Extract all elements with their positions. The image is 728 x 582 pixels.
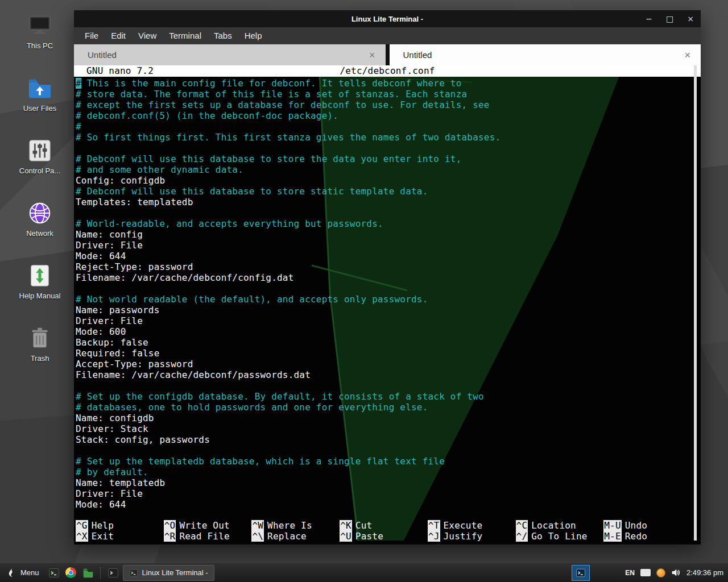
editor-line: Filename: /var/cache/debconf/passwords.d…	[76, 369, 701, 380]
editor-line: # debconf.conf(5) (in the debconf-doc pa…	[76, 110, 701, 121]
shortcut-label: Redo	[625, 531, 647, 542]
shortcut-label: Replace	[267, 531, 307, 542]
text-cursor: #	[76, 78, 81, 89]
desktop-icon-user-files[interactable]: User Files	[9, 75, 71, 130]
tab-close-icon[interactable]: ×	[367, 50, 378, 60]
desktop-icon-control-panel[interactable]: Control Pa...	[9, 138, 71, 192]
volume-icon[interactable]	[671, 568, 681, 577]
editor-line: Mode: 644	[76, 251, 701, 261]
taskbar-window-button[interactable]: Linux Lite Terminal -	[123, 565, 214, 581]
terminal-viewport[interactable]: GNU nano 7.2 /etc/debconf.conf # This is…	[74, 65, 701, 544]
nano-shortcut: ^KCut	[340, 520, 428, 531]
desktop-icon-label: Control Pa...	[19, 167, 60, 176]
shortcut-key: ^W	[251, 520, 264, 531]
editor-line: Driver: Stack	[76, 423, 701, 434]
menu-tabs[interactable]: Tabs	[208, 27, 238, 44]
editor-line: Filename: /var/cache/debconf/config.dat	[76, 272, 701, 283]
editor-line: #	[76, 121, 701, 132]
editor-line: Required: false	[76, 348, 701, 359]
desktop-icon-this-pc[interactable]: This PC	[9, 13, 71, 67]
terminal-tab-1[interactable]: Untitled ×	[74, 44, 386, 65]
menu-view[interactable]: View	[132, 27, 163, 44]
editor-line: # and some other dynamic data.	[76, 164, 701, 175]
editor-line: Templates: templatedb	[76, 197, 701, 207]
editor-line: Mode: 644	[76, 499, 701, 510]
menu-bar: FileEditViewTerminalTabsHelp	[74, 27, 701, 44]
trash-icon	[27, 325, 53, 351]
help-manual-icon	[27, 263, 53, 289]
start-menu-button[interactable]: Menu	[2, 565, 44, 580]
shortcut-key: ^O	[164, 520, 176, 531]
linux-lite-menu-icon	[7, 568, 17, 577]
editor-line: Driver: File	[76, 488, 701, 499]
menu-help[interactable]: Help	[238, 27, 268, 44]
shortcut-label: Execute	[444, 520, 483, 531]
shortcut-label: Paste	[355, 531, 383, 542]
tray-terminal-icon[interactable]	[572, 565, 590, 581]
menu-file[interactable]: File	[78, 27, 105, 44]
shortcut-key: ^\	[251, 531, 264, 542]
editor-line	[76, 143, 701, 153]
nano-shortcut: ^WWhere Is	[251, 520, 340, 531]
taskbar-clock[interactable]: 2:49:36 pm	[686, 568, 723, 577]
window-controls: − □ ×	[646, 10, 694, 27]
taskbar-window-label: Linux Lite Terminal -	[142, 568, 208, 577]
minimize-icon[interactable]: −	[646, 15, 652, 23]
shortcut-key: ^C	[516, 520, 528, 531]
shortcut-label: Write Out	[179, 520, 230, 531]
terminal-scrollbar[interactable]	[694, 65, 697, 541]
nano-filename: /etc/debconf.conf	[74, 65, 701, 77]
nano-shortcut: M-UUndo	[603, 520, 692, 531]
tab-label: Untitled	[403, 50, 432, 60]
nano-shortcut: ^UPaste	[340, 531, 428, 542]
editor-line: Reject-Type: password	[76, 261, 701, 272]
shortcut-label: Where Is	[267, 520, 312, 531]
editor-line	[76, 380, 701, 391]
nano-shortcut: ^XExit	[76, 531, 164, 542]
shortcut-key: ^U	[340, 531, 352, 542]
taskbar: Menu Linux Lite Terminal - EN 2:49:36 pm	[0, 563, 728, 582]
nano-shortcut: ^OWrite Out	[164, 520, 252, 531]
terminal-window-icon	[129, 568, 138, 577]
editor-line: Backup: false	[76, 337, 701, 348]
folder-icon	[27, 75, 53, 101]
menu-edit[interactable]: Edit	[105, 27, 132, 44]
nano-shortcut: ^/Go To Line	[516, 531, 604, 542]
terminal-launcher-icon[interactable]	[47, 566, 61, 580]
shortcut-key: ^G	[76, 520, 88, 531]
terminal-tab-2[interactable]: Untitled ×	[390, 44, 701, 65]
window-titlebar[interactable]: Linux Lite Terminal - − □ ×	[74, 10, 701, 27]
editor-line: # Set up the configdb database. By defau…	[76, 391, 701, 402]
shortcut-label: Exit	[92, 531, 114, 542]
nano-shortcuts: ^GHelp^OWrite Out^WWhere Is^KCut^TExecut…	[76, 520, 692, 542]
desktop-icon-trash[interactable]: Trash	[9, 325, 71, 380]
file-manager-icon[interactable]	[81, 566, 96, 580]
system-tray: EN 2:49:36 pm	[572, 565, 726, 581]
editor-line: # store data. The format of this file is…	[76, 89, 701, 99]
editor-line: Mode: 600	[76, 326, 701, 337]
menu-terminal[interactable]: Terminal	[163, 27, 208, 44]
nano-shortcut: ^JJustify	[428, 531, 516, 542]
shortcut-key: ^T	[428, 520, 440, 531]
nano-shortcut: ^RRead File	[164, 531, 252, 542]
maximize-icon[interactable]: □	[666, 15, 673, 23]
nano-content[interactable]: # This is the main config file for debco…	[74, 78, 701, 510]
editor-line: # This is the main config file for debco…	[76, 78, 701, 89]
chrome-browser-icon[interactable]	[64, 566, 78, 580]
editor-line: # except the first sets up a database fo…	[76, 99, 701, 110]
desktop-icon-list: This PC User Files Control Pa... Network…	[9, 13, 71, 388]
editor-line: Driver: File	[76, 240, 701, 251]
desktop-icon-network[interactable]: Network	[9, 200, 71, 255]
shortcut-label: Location	[531, 520, 576, 531]
desktop-icon-help-manual[interactable]: Help Manual	[9, 263, 71, 317]
editor-line: Name: passwords	[76, 305, 701, 315]
keyboard-layout-indicator[interactable]: EN	[625, 569, 635, 577]
shortcut-key: ^/	[516, 531, 528, 542]
desktop-icon-label: Trash	[31, 355, 49, 363]
tab-close-icon[interactable]: ×	[682, 50, 693, 60]
nano-shortcut: M-ERedo	[603, 531, 692, 542]
close-icon[interactable]: ×	[687, 15, 694, 23]
terminal-quick-icon[interactable]	[106, 566, 121, 580]
keyboard-icon[interactable]	[640, 569, 651, 576]
updates-notifier-icon[interactable]	[656, 568, 665, 577]
